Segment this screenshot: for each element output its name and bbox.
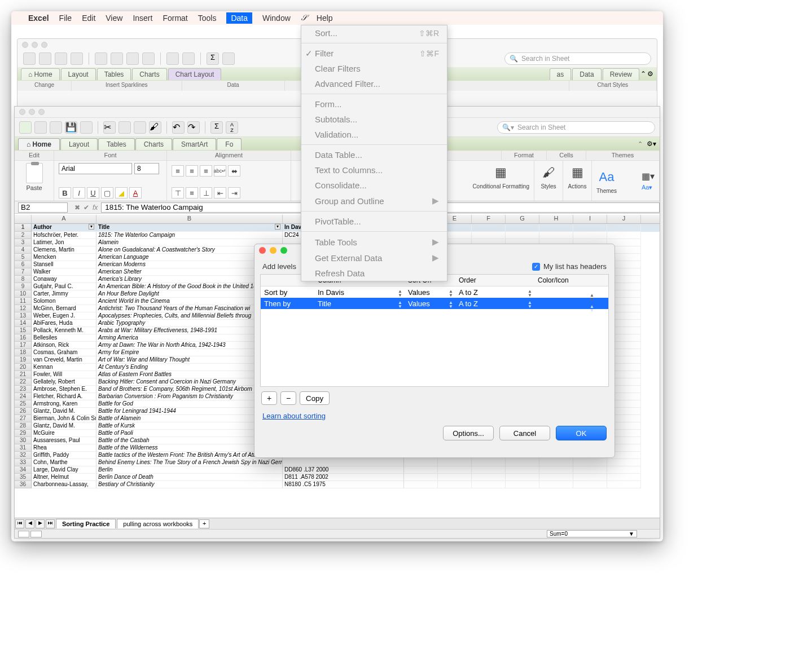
cancel-formula-icon[interactable]: ✖ bbox=[74, 204, 80, 211]
gear-icon[interactable]: ⚙ bbox=[647, 70, 653, 78]
menu-item[interactable]: Get External Data▶ bbox=[301, 250, 447, 266]
header-author[interactable]: Author▼ bbox=[32, 224, 96, 232]
menu-item[interactable]: Refresh Data bbox=[301, 266, 447, 281]
bg-tab-chartlayout[interactable]: Chart Layout bbox=[168, 68, 222, 80]
print-icon[interactable] bbox=[71, 52, 83, 65]
sort-az-icon[interactable]: AZ bbox=[226, 121, 238, 134]
menu-item[interactable]: Text to Columns... bbox=[301, 162, 447, 178]
menu-window[interactable]: Window bbox=[262, 14, 291, 23]
new-icon[interactable] bbox=[19, 121, 32, 134]
valign-top-button[interactable]: ⊤ bbox=[172, 187, 184, 199]
cut-icon[interactable] bbox=[95, 52, 107, 65]
fg-tab-smartart[interactable]: SmartArt bbox=[173, 138, 216, 150]
align-right-button[interactable]: ≡ bbox=[200, 165, 212, 177]
paste-button[interactable]: Paste bbox=[26, 163, 43, 191]
bg-tab-tables[interactable]: Tables bbox=[97, 68, 131, 80]
collapse-icon[interactable]: ⌃ bbox=[634, 140, 646, 148]
menu-item[interactable]: Data Table... bbox=[301, 147, 447, 162]
menu-item[interactable]: Sort...⇧⌘R bbox=[301, 25, 447, 41]
align-center-button[interactable]: ≡ bbox=[186, 165, 198, 177]
sort-level-row[interactable]: Sort byIn Davis▲▼Values▲▼A to Z▲▼▲▼ bbox=[261, 286, 608, 298]
cancel-button[interactable]: Cancel bbox=[499, 426, 550, 440]
save-icon[interactable] bbox=[55, 52, 67, 65]
column-header[interactable]: B bbox=[96, 215, 283, 223]
normal-view-button[interactable] bbox=[18, 531, 29, 537]
sheet-tabs[interactable]: ⏮ ◀ ▶ ⏭ Sorting Practice pulling across … bbox=[15, 518, 660, 529]
merge-button[interactable]: ⬌ bbox=[228, 165, 240, 177]
underline-button[interactable]: U bbox=[87, 187, 99, 199]
menu-insert[interactable]: Insert bbox=[133, 14, 152, 23]
fg-tab-layout[interactable]: Layout bbox=[60, 138, 98, 150]
undo-icon[interactable] bbox=[166, 52, 179, 65]
menu-file[interactable]: File bbox=[59, 14, 72, 23]
sum-icon[interactable]: Σ bbox=[207, 52, 219, 65]
bg-search[interactable]: 🔍 Search in Sheet bbox=[504, 52, 651, 65]
fg-tab-fo[interactable]: Fo bbox=[217, 138, 242, 150]
align-left-button[interactable]: ≡ bbox=[172, 165, 184, 177]
header-title[interactable]: Title▼ bbox=[96, 224, 283, 232]
new-icon[interactable] bbox=[23, 52, 36, 65]
actions-button[interactable]: ▦Actions bbox=[568, 163, 587, 189]
cell-reference-input[interactable] bbox=[18, 202, 68, 213]
menu-item[interactable]: PivotTable... bbox=[301, 214, 447, 229]
border-button[interactable]: ▢ bbox=[101, 187, 113, 199]
menu-format[interactable]: Format bbox=[163, 14, 187, 23]
app-name[interactable]: Excel bbox=[28, 14, 49, 23]
cut-icon[interactable]: ✂ bbox=[103, 121, 116, 134]
redo-icon[interactable]: ↷ bbox=[187, 121, 200, 134]
fg-tab-home[interactable]: ⌂ Home bbox=[18, 138, 60, 150]
sort-icon[interactable] bbox=[222, 52, 235, 65]
conditional-formatting-button[interactable]: ▦Conditional Formatting bbox=[472, 163, 529, 189]
menu-item[interactable]: Validation... bbox=[301, 127, 447, 142]
bg-tab-layout[interactable]: Layout bbox=[61, 68, 96, 80]
italic-button[interactable]: I bbox=[73, 187, 85, 199]
last-sheet-button[interactable]: ⏭ bbox=[46, 519, 55, 528]
column-header[interactable]: H bbox=[539, 215, 573, 223]
styles-button[interactable]: 🖌Styles bbox=[539, 163, 558, 189]
remove-level-button[interactable]: − bbox=[280, 391, 296, 405]
column-header[interactable]: G bbox=[506, 215, 539, 223]
add-level-button[interactable]: + bbox=[261, 391, 277, 405]
copy-icon[interactable] bbox=[118, 121, 131, 134]
redo-icon[interactable] bbox=[182, 52, 195, 65]
print-icon[interactable] bbox=[80, 121, 93, 134]
column-header[interactable]: I bbox=[573, 215, 607, 223]
bg-tab-home[interactable]: ⌂ Home bbox=[21, 68, 60, 80]
column-header[interactable]: F bbox=[472, 215, 506, 223]
menu-item[interactable]: Form... bbox=[301, 96, 447, 112]
menu-item[interactable]: Table Tools▶ bbox=[301, 234, 447, 250]
data-menu-dropdown[interactable]: Sort...⇧⌘R✓Filter⇧⌘FClear FiltersAdvance… bbox=[301, 25, 447, 281]
ok-button[interactable]: OK bbox=[556, 426, 607, 440]
zoom-icon[interactable] bbox=[280, 247, 287, 254]
open-icon[interactable] bbox=[39, 52, 51, 65]
table-row[interactable]: 36Charbonneau-Lassay,Bestiary of Christi… bbox=[15, 481, 660, 488]
format-painter-icon[interactable]: 🖌 bbox=[149, 121, 161, 134]
menu-script-icon[interactable]: 𝒮 bbox=[301, 14, 306, 23]
next-sheet-button[interactable]: ▶ bbox=[36, 519, 45, 528]
table-row[interactable]: 34Large, David ClayBerlinDD860 .L37 2000 bbox=[15, 466, 660, 474]
bg-tab-as[interactable]: as bbox=[550, 68, 572, 80]
template-icon[interactable] bbox=[34, 121, 47, 134]
save-icon[interactable]: 💾 bbox=[65, 121, 77, 134]
copy-level-button[interactable]: Copy bbox=[300, 391, 330, 405]
column-header[interactable]: A bbox=[32, 215, 96, 223]
wrap-text-button[interactable]: abc↵ bbox=[214, 165, 226, 177]
open-icon[interactable] bbox=[50, 121, 62, 134]
menu-item[interactable]: Subtotals... bbox=[301, 112, 447, 127]
indent-inc-button[interactable]: ⇥ bbox=[228, 187, 240, 199]
valign-bot-button[interactable]: ⊥ bbox=[200, 187, 212, 199]
font-name-input[interactable] bbox=[59, 163, 132, 174]
font-color-button[interactable]: A bbox=[129, 187, 142, 199]
close-icon[interactable] bbox=[259, 247, 266, 254]
indent-dec-button[interactable]: ⇤ bbox=[214, 187, 226, 199]
table-row[interactable]: 33Cohn, MartheBehind Enemy Lines: The Tr… bbox=[15, 459, 660, 466]
table-row[interactable]: 35Altner, HelmutBerlin Dance of DeathD81… bbox=[15, 474, 660, 481]
bold-button[interactable]: B bbox=[59, 187, 71, 199]
prev-sheet-button[interactable]: ◀ bbox=[25, 519, 34, 528]
sum-icon[interactable]: Σ bbox=[210, 121, 223, 134]
copy-icon[interactable] bbox=[111, 52, 123, 65]
first-sheet-button[interactable]: ⏮ bbox=[15, 519, 24, 528]
fg-search[interactable]: 🔍▾ Search in Sheet bbox=[497, 121, 655, 134]
menu-help[interactable]: Help bbox=[317, 14, 333, 23]
format-painter-icon[interactable] bbox=[142, 52, 155, 65]
